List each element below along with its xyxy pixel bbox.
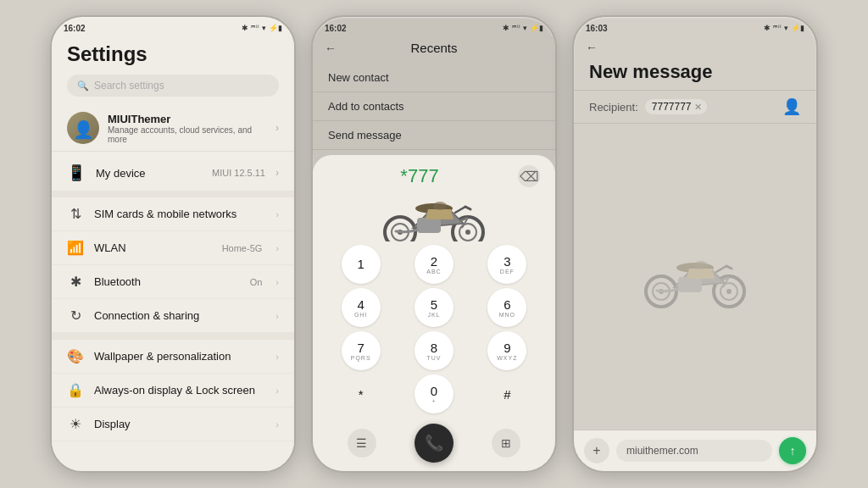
recipient-label: Recipient: [589,101,638,114]
svg-line-8 [455,207,465,213]
wallpaper-chevron-icon: › [275,352,279,362]
settings-item-wlan[interactable]: 📶 WLAN Home-5G › [52,231,294,265]
motorcycle-svg-msg [632,245,759,308]
search-bar[interactable]: 🔍 Search settings [67,75,279,97]
message-input[interactable]: miuithemer.com [616,440,772,462]
settings-item-display[interactable]: ☀ Display › [52,408,294,441]
status-bar-2: 16:02 ✱ ᵐᴵᴵ ▾ ⚡▮ [313,17,555,36]
recipient-row: Recipient: 7777777 ✕ 👤 [574,90,816,124]
svg-line-21 [716,266,726,272]
settings-item-sim[interactable]: ⇅ SIM cards & mobile networks › [52,197,294,231]
key-star[interactable]: * [342,374,381,413]
settings-item-bluetooth[interactable]: ✱ Bluetooth On › [52,265,294,299]
key-7[interactable]: 7PQRS [342,331,381,370]
settings-content: Settings 🔍 Search settings 👤 MIUIThemer … [52,36,294,471]
device-version: MIUI 12.5.11 [212,168,265,178]
wlan-chevron-icon: › [275,243,279,253]
profile-row[interactable]: 👤 MIUIThemer Manage accounts, cloud serv… [52,105,294,152]
display-label: Display [94,418,265,430]
bluetooth-icon: ✱ [67,274,84,290]
bluetooth-status-icon: ✱ [242,24,248,32]
wifi-icon-2: ▾ [523,24,527,32]
device-icon: 📱 [67,164,86,182]
key-4[interactable]: 4GHI [342,288,381,327]
key-1[interactable]: 1 [342,245,381,284]
key-5[interactable]: 5JKL [415,288,453,327]
key-6[interactable]: 6MNO [487,288,526,327]
send-button[interactable]: ↑ [779,437,806,464]
status-time-3: 16:03 [586,24,608,33]
battery-icon: ⚡▮ [269,24,282,32]
key-2[interactable]: 2ABC [415,245,453,284]
key-3[interactable]: 3DEF [487,245,526,284]
backspace-button[interactable]: ⌫ [518,165,540,187]
bt-icon-2: ✱ [503,24,509,32]
settings-item-lockscreen[interactable]: 🔒 Always-on display & Lock screen › [52,374,294,408]
motorcycle-illustration [313,192,555,241]
recents-item-send-message[interactable]: Send message [313,121,555,150]
bluetooth-chevron-icon: › [275,277,279,287]
recipient-chip[interactable]: 7777777 ✕ [645,99,707,114]
sim-chevron-icon: › [275,209,279,219]
wallpaper-icon: 🎨 [67,348,84,364]
status-bar-1: 16:02 ✱ ᵐᴵᴵ ▾ ⚡▮ [52,17,294,36]
display-chevron-icon: › [275,419,279,430]
dialpad-menu-button[interactable]: ☰ [348,429,376,458]
connection-chevron-icon: › [275,311,279,321]
recents-item-new-contact[interactable]: New contact [313,64,555,92]
key-0[interactable]: 0+ [415,374,453,413]
profile-name: MIUIThemer [108,113,267,125]
connection-label: Connection & sharing [94,309,265,322]
key-8[interactable]: 8TUV [415,331,453,370]
search-icon: 🔍 [77,80,89,92]
add-attachment-button[interactable]: + [584,438,609,463]
status-bar-3: 16:03 ✱ ᵐᴵᴵ ▾ ⚡▮ [574,17,816,36]
chip-remove-icon[interactable]: ✕ [694,102,702,113]
bluetooth-badge: On [250,277,263,287]
status-icons-1: ✱ ᵐᴵᴵ ▾ ⚡▮ [242,24,282,32]
settings-item-connection[interactable]: ↻ Connection & sharing › [52,299,294,333]
recents-item-add-contact[interactable]: Add to contacts [313,92,555,121]
display-icon: ☀ [67,416,84,432]
recents-title: Recents [343,41,543,55]
message-input-bar: + miuithemer.com ↑ [574,430,816,471]
status-icons-3: ✱ ᵐᴵᴵ ▾ ⚡▮ [764,24,804,32]
recipient-value: 7777777 [652,101,692,113]
recents-list: New contact Add to contacts Send message [313,60,555,155]
settings-page-title: Settings [52,36,294,71]
profile-sub: Manage accounts, cloud services, and mor… [108,125,267,144]
signal-icon: ᵐᴵᴵ [251,24,259,32]
contacts-icon[interactable]: 👤 [782,97,801,116]
dialpad-grid-button[interactable]: ⊞ [492,429,520,458]
back-arrow-icon-msg[interactable]: ← [586,41,598,54]
connection-icon: ↻ [67,308,84,324]
status-time-2: 16:02 [325,24,347,33]
profile-info: MIUIThemer Manage accounts, cloud servic… [108,113,267,144]
lockscreen-chevron-icon: › [275,385,279,396]
lockscreen-icon: 🔒 [67,382,84,398]
key-hash[interactable]: # [487,374,526,413]
dialer-display: *777 ⌫ [313,155,555,192]
call-button[interactable]: 📞 [415,424,453,463]
settings-item-wallpaper[interactable]: 🎨 Wallpaper & personalization › [52,333,294,374]
device-chevron-icon: › [275,167,279,179]
wifi-icon-3: ▾ [784,24,788,32]
svg-point-0 [385,217,415,242]
my-device-item[interactable]: 📱 My device MIUI 12.5.11 › [52,155,294,197]
wifi-icon: ▾ [262,24,266,32]
message-header: ← [574,36,816,58]
keypad: 1 2ABC 3DEF 4GHI 5JKL 6MNO 7PQRS 8TUV 9W… [313,241,555,419]
svg-rect-7 [417,218,441,233]
svg-line-9 [465,207,470,209]
sim-icon: ⇅ [67,206,84,222]
battery-icon-3: ⚡▮ [791,24,804,32]
back-arrow-icon[interactable]: ← [325,42,337,55]
motorcycle-illustration-msg [574,124,816,430]
status-time-1: 16:02 [64,24,86,33]
recents-header: ← Recents [313,36,555,60]
svg-line-22 [726,266,732,269]
search-placeholder-text: Search settings [94,80,164,92]
key-9[interactable]: 9WXYZ [487,331,526,370]
wlan-badge: Home-5G [222,243,263,253]
bluetooth-label: Bluetooth [94,275,240,288]
